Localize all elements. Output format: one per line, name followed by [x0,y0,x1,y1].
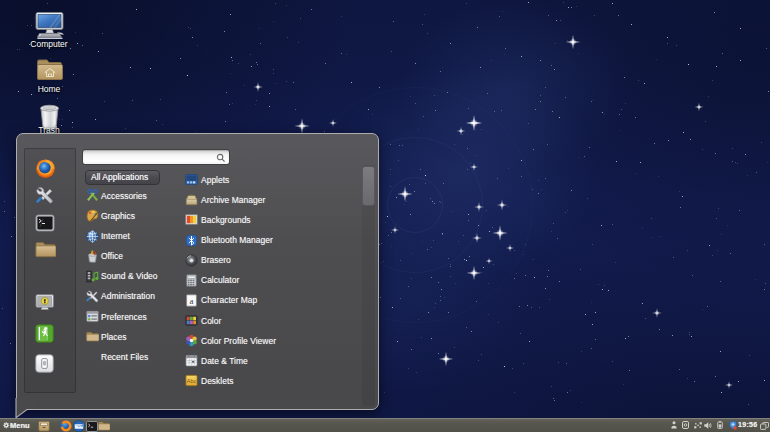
svg-text:a: a [190,296,194,306]
svg-text:Abc: Abc [187,378,197,384]
